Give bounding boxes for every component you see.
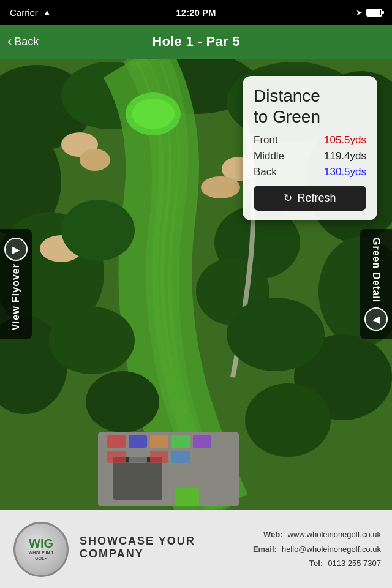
middle-value: 119.4yds xyxy=(324,150,366,162)
distance-row-front: Front 105.5yds xyxy=(254,134,366,146)
green-detail-button[interactable]: Green Detail ◀ xyxy=(360,229,392,339)
svg-rect-23 xyxy=(107,435,126,448)
flyover-label: View Flyover xyxy=(10,263,21,331)
distance-card-title: Distanceto Green xyxy=(254,86,366,127)
tel-value: 0113 255 7307 xyxy=(328,556,381,570)
svg-rect-31 xyxy=(172,451,190,463)
svg-rect-29 xyxy=(129,451,147,463)
svg-point-16 xyxy=(201,176,240,198)
contact-web-row: Web: www.wholeinonegolf.co.uk xyxy=(252,527,381,541)
footer-contact: Web: www.wholeinonegolf.co.uk Email: hel… xyxy=(252,527,392,570)
refresh-button[interactable]: ↻ Refresh xyxy=(254,186,366,211)
svg-point-17 xyxy=(61,200,135,261)
logo-sub-text: WHOLE IN 1GOLF xyxy=(29,551,54,561)
svg-point-36 xyxy=(49,307,135,374)
refresh-label: Refresh xyxy=(297,192,336,205)
svg-point-35 xyxy=(227,298,325,371)
green-detail-label: Green Detail xyxy=(371,238,382,303)
svg-rect-30 xyxy=(150,451,168,463)
play-icon: ▶ xyxy=(4,238,28,261)
svg-rect-24 xyxy=(129,435,147,448)
front-label: Front xyxy=(254,134,278,146)
company-name: SHOWCASE YOUR COMPANY xyxy=(80,535,252,560)
front-value: 105.5yds xyxy=(324,134,366,146)
status-left: Carrier ▲ xyxy=(10,7,51,18)
footer-logo: WIG WHOLE IN 1GOLF xyxy=(7,516,75,583)
email-label: Email: xyxy=(252,542,277,556)
back-value: 130.5yds xyxy=(324,166,366,178)
golf-course-map[interactable]: Distanceto Green Front 105.5yds Middle 1… xyxy=(0,59,392,510)
status-right: ➤ xyxy=(356,8,382,17)
logo-wig-text: WIG xyxy=(29,537,53,549)
footer-company-area: SHOWCASE YOUR COMPANY xyxy=(75,535,252,564)
carrier-label: Carrier xyxy=(10,7,38,18)
back-chevron-icon: ‹ xyxy=(7,34,12,50)
nav-bar: ‹ Back Hole 1 - Par 5 xyxy=(0,24,392,59)
svg-point-33 xyxy=(132,99,175,129)
svg-rect-27 xyxy=(193,435,211,448)
svg-rect-28 xyxy=(107,451,126,463)
status-time: 12:20 PM xyxy=(176,7,216,18)
location-icon: ➤ xyxy=(356,8,363,17)
svg-rect-34 xyxy=(175,488,199,506)
svg-point-13 xyxy=(80,149,110,171)
svg-rect-26 xyxy=(172,435,190,448)
email-value: hello@wholeinonegolf.co.uk xyxy=(282,542,381,556)
back-label: Back xyxy=(14,36,39,48)
status-bar: Carrier ▲ 12:20 PM ➤ xyxy=(0,0,392,24)
web-label: Web: xyxy=(258,527,283,541)
wifi-icon: ▲ xyxy=(43,7,51,17)
view-flyover-button[interactable]: ▶ View Flyover xyxy=(0,229,32,339)
contact-tel-row: Tel: 0113 255 7307 xyxy=(252,556,381,570)
back-label: Back xyxy=(254,166,277,178)
svg-point-38 xyxy=(245,383,331,457)
logo-circle: WIG WHOLE IN 1GOLF xyxy=(13,522,69,577)
battery-icon xyxy=(366,9,382,17)
svg-rect-25 xyxy=(150,435,168,448)
tel-label: Tel: xyxy=(298,556,323,570)
middle-label: Middle xyxy=(254,150,284,162)
distance-row-middle: Middle 119.4yds xyxy=(254,150,366,162)
back-arrow-icon: ◀ xyxy=(364,307,388,331)
contact-email-row: Email: hello@wholeinonegolf.co.uk xyxy=(252,542,381,556)
svg-point-37 xyxy=(86,371,159,432)
distance-card: Distanceto Green Front 105.5yds Middle 1… xyxy=(243,76,377,221)
refresh-icon: ↻ xyxy=(284,192,292,205)
distance-row-back: Back 130.5yds xyxy=(254,166,366,178)
footer: WIG WHOLE IN 1GOLF SHOWCASE YOUR COMPANY… xyxy=(0,510,392,588)
web-value: www.wholeinonegolf.co.uk xyxy=(288,527,381,541)
svg-rect-21 xyxy=(113,457,162,500)
back-button[interactable]: ‹ Back xyxy=(7,34,39,50)
page-title: Hole 1 - Par 5 xyxy=(152,34,240,50)
